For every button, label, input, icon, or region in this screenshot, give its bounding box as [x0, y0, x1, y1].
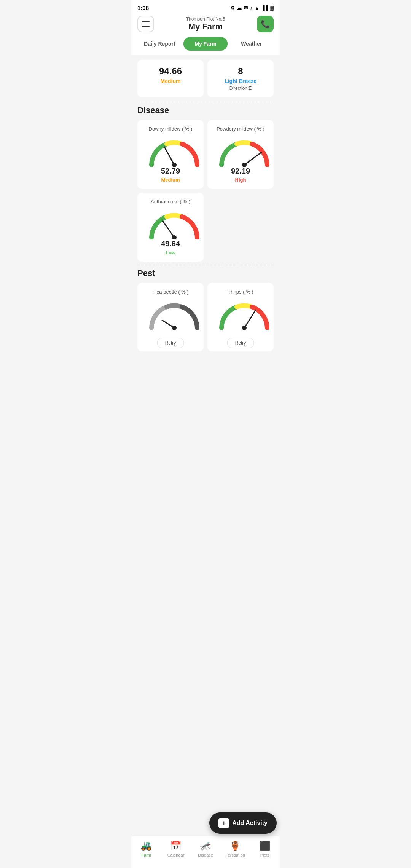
- header-title-group: Thomson Plot No.5 My Farm: [186, 16, 225, 32]
- powdery-mildew-title: Powdery mildew ( % ): [213, 126, 268, 132]
- contact-button[interactable]: 📞: [257, 16, 274, 32]
- email-icon: ✉: [244, 5, 248, 11]
- svg-line-4: [163, 221, 174, 238]
- powdery-mildew-gauge: [218, 136, 263, 163]
- pest-section-header: Pest: [137, 265, 274, 278]
- tab-my-farm[interactable]: My Farm: [183, 37, 228, 51]
- disease-nav-label: Disease: [198, 853, 213, 857]
- disease-nav-icon: 🦟: [200, 841, 211, 851]
- menu-line-1: [142, 21, 150, 22]
- bottom-navigation: 🚜 Farm 📅 Calendar 🦟 Disease 🏺 Fertigatio…: [131, 836, 280, 868]
- status-icons: ⚙ ☁ ✉ ♪ ▲ ▐▐ ▓: [231, 5, 274, 11]
- tab-daily-report[interactable]: Daily Report: [137, 37, 182, 51]
- flea-beetle-gauge-svg: [148, 299, 201, 330]
- battery-icon: ▓: [270, 5, 274, 11]
- thrips-retry-button[interactable]: Retry: [227, 338, 254, 348]
- humidity-value: 94.66: [143, 66, 198, 77]
- downy-mildew-card: Downy mildew ( % ) 52.79 Medium: [137, 120, 204, 189]
- disease-cards-grid: Downy mildew ( % ) 52.79 Medium Powdery …: [137, 120, 274, 262]
- plots-nav-icon: ⬛: [259, 841, 271, 851]
- wifi-icon: ▲: [255, 5, 259, 11]
- signal-icon: ▐▐: [261, 5, 268, 11]
- phone-icon: 📞: [261, 19, 270, 29]
- menu-button[interactable]: [137, 16, 154, 32]
- powdery-mildew-value: 92.19: [213, 167, 268, 176]
- status-time: 1:08: [137, 5, 149, 11]
- downy-mildew-title: Downy mildew ( % ): [143, 126, 198, 132]
- add-icon: +: [218, 818, 229, 828]
- wind-value: 8: [213, 66, 268, 77]
- thrips-gauge-svg: [218, 299, 271, 330]
- powdery-mildew-gauge-svg: [218, 136, 271, 167]
- wind-direction: Direction:E: [213, 86, 268, 91]
- nav-item-plots[interactable]: ⬛ Plots: [250, 839, 280, 859]
- nav-item-disease[interactable]: 🦟 Disease: [191, 839, 220, 859]
- anthracnose-title: Anthracnose ( % ): [143, 199, 198, 204]
- powdery-mildew-card: Powdery mildew ( % ) 92.19 High: [207, 120, 274, 189]
- anthracnose-status: Low: [143, 250, 198, 255]
- svg-line-2: [244, 152, 261, 165]
- music-icon: ♪: [250, 5, 252, 11]
- calendar-nav-label: Calendar: [167, 853, 185, 857]
- pest-cards-row: Flea beetle ( % ) Retry Thrips ( % ): [137, 283, 274, 351]
- disease-section-header: Disease: [137, 102, 274, 115]
- anthracnose-gauge: [148, 209, 193, 236]
- add-activity-button[interactable]: + Add Activity: [209, 812, 277, 834]
- flea-beetle-retry-button[interactable]: Retry: [157, 338, 184, 348]
- farm-plot-subtitle: Thomson Plot No.5: [186, 16, 225, 22]
- nav-item-calendar[interactable]: 📅 Calendar: [161, 839, 191, 859]
- menu-line-3: [142, 26, 150, 27]
- flea-beetle-gauge: [148, 299, 193, 326]
- menu-line-2: [142, 24, 150, 24]
- thrips-gauge: [218, 299, 263, 326]
- humidity-card: 94.66 Medium: [137, 60, 204, 97]
- info-cards-row: 94.66 Medium 8 Light Breeze Direction:E: [137, 60, 274, 97]
- tab-bar: Daily Report My Farm Weather: [131, 37, 280, 55]
- cloud-icon: ☁: [237, 5, 242, 11]
- tab-weather[interactable]: Weather: [229, 37, 274, 51]
- downy-mildew-gauge: [148, 136, 193, 163]
- svg-line-8: [244, 310, 256, 328]
- plots-nav-label: Plots: [260, 853, 269, 857]
- anthracnose-card: Anthracnose ( % ) 49.64 Low: [137, 193, 204, 262]
- powdery-mildew-status: High: [213, 177, 268, 183]
- thrips-title: Thrips ( % ): [213, 289, 268, 295]
- svg-point-1: [172, 163, 177, 167]
- farm-nav-label: Farm: [141, 853, 151, 857]
- flea-beetle-card: Flea beetle ( % ) Retry: [137, 283, 204, 351]
- fertigation-nav-label: Fertigation: [225, 853, 245, 857]
- header: Thomson Plot No.5 My Farm 📞: [131, 13, 280, 37]
- anthracnose-value: 49.64: [143, 239, 198, 248]
- page-title: My Farm: [186, 22, 225, 32]
- flea-beetle-title: Flea beetle ( % ): [143, 289, 198, 295]
- anthracnose-gauge-svg: [148, 209, 201, 239]
- nav-item-fertigation[interactable]: 🏺 Fertigation: [220, 839, 250, 859]
- downy-mildew-value: 52.79: [143, 167, 198, 176]
- thrips-card: Thrips ( % ) Retry: [207, 283, 274, 351]
- nav-item-farm[interactable]: 🚜 Farm: [131, 839, 161, 859]
- downy-mildew-status: Medium: [143, 177, 198, 183]
- main-content: 94.66 Medium 8 Light Breeze Direction:E …: [131, 55, 280, 397]
- downy-mildew-gauge-svg: [148, 136, 201, 167]
- settings-icon: ⚙: [231, 5, 235, 11]
- calendar-nav-icon: 📅: [170, 841, 182, 851]
- humidity-status: Medium: [143, 78, 198, 84]
- farm-nav-icon: 🚜: [140, 841, 152, 851]
- fertigation-nav-icon: 🏺: [229, 841, 241, 851]
- svg-line-0: [164, 147, 174, 165]
- status-bar: 1:08 ⚙ ☁ ✉ ♪ ▲ ▐▐ ▓: [131, 0, 280, 13]
- wind-status: Light Breeze: [213, 78, 268, 84]
- add-activity-label: Add Activity: [232, 820, 268, 827]
- wind-card: 8 Light Breeze Direction:E: [207, 60, 274, 97]
